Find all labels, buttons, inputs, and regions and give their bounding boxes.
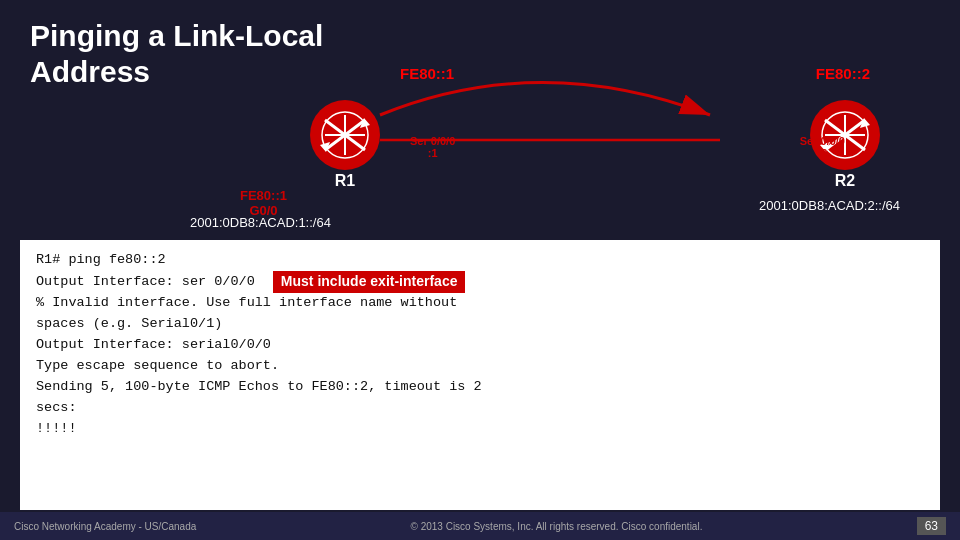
terminal-line4: spaces (e.g. Serial0/1)	[36, 314, 924, 335]
title-line1: Pinging a Link-Local	[30, 18, 323, 54]
highlight-must-include: Must include exit-interface	[273, 271, 466, 293]
footer-left: Cisco Networking Academy - US/Canada	[14, 521, 196, 532]
terminal-line9: !!!!!	[36, 419, 924, 440]
terminal: R1# ping fe80::2 Output Interface: ser 0…	[20, 240, 940, 510]
terminal-line3: % Invalid interface. Use full interface …	[36, 293, 924, 314]
router-r1-label: R1	[335, 172, 355, 190]
fe80-2-label: FE80::2	[816, 65, 870, 82]
addr-r1-label: 2001:0DB8:ACAD:1::/64	[190, 215, 331, 230]
bottom-bar: Cisco Networking Academy - US/Canada © 2…	[0, 512, 960, 540]
terminal-line2: Output Interface: ser 0/0/0 Must include…	[36, 271, 924, 293]
ser-r2-label: Ser 0/0/0 :2	[800, 135, 845, 159]
terminal-line8: secs:	[36, 398, 924, 419]
footer-center: © 2013 Cisco Systems, Inc. All rights re…	[411, 521, 703, 532]
fe80-1-label: FE80::1	[400, 65, 454, 82]
footer-page: 63	[917, 517, 946, 535]
fe80-g0-label: FE80::1 G0/0	[240, 188, 287, 218]
ser-r1-label: Ser 0/0/0 :1	[410, 135, 455, 159]
terminal-line5: Output Interface: serial0/0/0	[36, 335, 924, 356]
router-r1-icon	[310, 100, 380, 170]
addr-r2-label: 2001:0DB8:ACAD:2::/64	[759, 198, 900, 213]
terminal-line6: Type escape sequence to abort.	[36, 356, 924, 377]
diagram-area: FE80::1 FE80::2 R1	[180, 60, 900, 260]
terminal-line1: R1# ping fe80::2	[36, 250, 924, 271]
router-r2-label: R2	[835, 172, 855, 190]
router-r1: R1	[310, 100, 380, 190]
terminal-line7: Sending 5, 100-byte ICMP Echos to FE80::…	[36, 377, 924, 398]
slide: Pinging a Link-Local Address FE80::1 FE8…	[0, 0, 960, 540]
